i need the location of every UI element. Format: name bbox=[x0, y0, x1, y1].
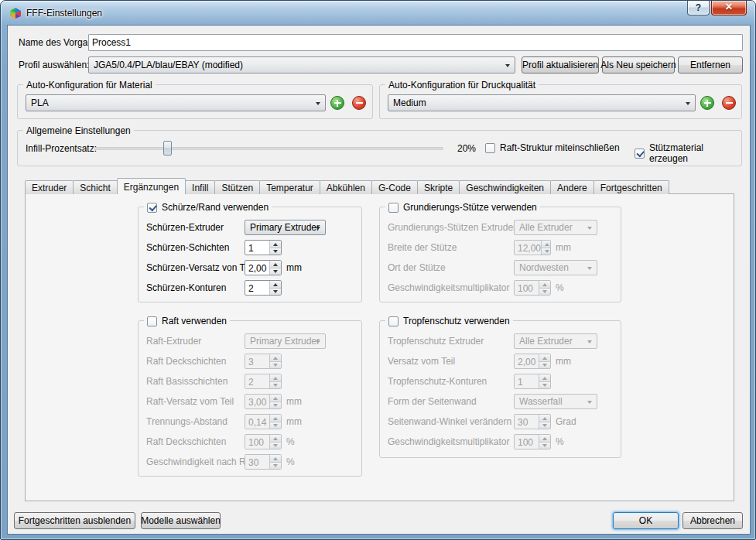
spin-down-icon bbox=[270, 402, 281, 409]
spin-down-icon bbox=[270, 422, 281, 429]
auto-material-title: Auto-Konfiguration für Material bbox=[26, 80, 152, 91]
chevron-down-icon bbox=[505, 64, 510, 67]
app-icon bbox=[9, 7, 22, 19]
pillar-location-select: Nordwesten bbox=[514, 260, 597, 275]
form-row: Seitenwand-Winkel verändern 30 Grad bbox=[388, 414, 614, 429]
remove-quality-button[interactable] bbox=[722, 96, 736, 110]
spin-up-icon bbox=[270, 354, 281, 362]
tab-geschwindigkeiten[interactable]: Geschwindigkeiten bbox=[459, 180, 551, 194]
save-as-new-button[interactable]: Als Neu speichern bbox=[602, 56, 675, 73]
add-quality-button[interactable] bbox=[700, 96, 714, 110]
chevron-down-icon bbox=[316, 227, 320, 230]
spin-up-icon bbox=[539, 435, 550, 443]
form-row: Grundierungs-Stützen Extruder Alle Extru… bbox=[388, 220, 614, 235]
spin-up-icon[interactable] bbox=[270, 281, 281, 289]
tab-ergaenzungen[interactable]: Ergänzungen bbox=[117, 178, 186, 194]
form-row: Breite der Stütze 12,00 mm bbox=[388, 240, 614, 255]
form-row: Raft-Versatz vom Teil 3,00 mm bbox=[146, 394, 355, 409]
prime-pillar-enable-checkbox[interactable] bbox=[388, 203, 399, 213]
chevron-down-icon bbox=[587, 267, 592, 270]
spin-down-icon[interactable] bbox=[270, 248, 281, 255]
spin-down-icon bbox=[270, 463, 281, 470]
select-models-button[interactable]: Modelle auswählen bbox=[141, 512, 221, 529]
tab-infill[interactable]: Infill bbox=[185, 180, 215, 194]
raft-enable-checkbox[interactable] bbox=[147, 316, 157, 326]
tab-extruder[interactable]: Extruder bbox=[25, 180, 74, 194]
infill-percent-label: Infill-Prozentsatz: bbox=[26, 143, 97, 154]
process-name-input[interactable] bbox=[88, 34, 743, 51]
cancel-button[interactable]: Abbrechen bbox=[682, 512, 743, 529]
ok-button[interactable]: OK bbox=[613, 512, 679, 529]
quality-select[interactable]: Medium bbox=[388, 94, 696, 111]
infill-slider[interactable] bbox=[94, 141, 443, 156]
spin-down-icon bbox=[270, 362, 281, 369]
spin-down-icon bbox=[539, 289, 550, 296]
spin-down-icon bbox=[539, 443, 550, 449]
spin-down-icon[interactable] bbox=[270, 268, 281, 275]
prime-pillar-extruder-select: Alle Extruder bbox=[514, 220, 597, 235]
close-button[interactable] bbox=[711, 1, 747, 15]
tab-temperatur[interactable]: Temperatur bbox=[259, 180, 320, 194]
pillar-width-spinner: 12,00 bbox=[514, 240, 551, 255]
fff-settings-window: FFF-Einstellungen Name des Vorgangs: Pro… bbox=[0, 0, 756, 540]
infill-percent-value: 20% bbox=[457, 143, 476, 154]
spin-up-icon bbox=[270, 374, 281, 382]
skirt-enable-checkbox[interactable] bbox=[147, 203, 157, 213]
form-row: Geschwindigkeit nach Raft 30 % bbox=[146, 454, 355, 470]
chevron-down-icon bbox=[587, 401, 592, 404]
support-material-checkbox-label: Stützmaterial erzeugen bbox=[649, 142, 741, 164]
spin-up-icon bbox=[539, 281, 550, 289]
spin-up-icon[interactable] bbox=[270, 241, 281, 248]
tab-gcode[interactable]: G-Code bbox=[371, 180, 418, 194]
spin-up-icon[interactable] bbox=[270, 261, 281, 268]
skirt-layers-spinner[interactable]: 1 bbox=[245, 240, 282, 255]
form-row: Raft Basisschichten 2 bbox=[146, 374, 355, 389]
ooze-offset-spinner: 2,00 bbox=[514, 354, 551, 369]
tab-schicht[interactable]: Schicht bbox=[73, 180, 117, 194]
raft-structure-checkbox[interactable] bbox=[485, 143, 495, 153]
chevron-down-icon bbox=[316, 340, 320, 343]
form-row: Trennungs-Abstand 0,14 mm bbox=[146, 414, 355, 429]
spin-up-icon bbox=[539, 354, 550, 362]
add-material-button[interactable] bbox=[330, 96, 344, 110]
form-row: Schürzen-Schichten 1 bbox=[146, 240, 355, 255]
chevron-down-icon bbox=[587, 227, 592, 230]
skirt-extruder-select[interactable]: Primary Extruder bbox=[245, 220, 326, 235]
spin-down-icon bbox=[270, 382, 281, 389]
tab-andere[interactable]: Andere bbox=[550, 180, 594, 194]
form-row: Versatz vom Teil 2,00 mm bbox=[388, 354, 614, 369]
hide-advanced-button[interactable]: Fortgeschritten ausblenden bbox=[14, 512, 135, 529]
ooze-shield-enable-checkbox[interactable] bbox=[388, 316, 399, 326]
spin-up-icon bbox=[270, 395, 281, 402]
spin-up-icon bbox=[542, 241, 550, 248]
chevron-down-icon bbox=[316, 102, 320, 105]
support-material-checkbox[interactable] bbox=[635, 149, 645, 159]
spin-down-icon[interactable] bbox=[270, 289, 281, 296]
slider-handle[interactable] bbox=[163, 141, 172, 156]
spin-up-icon bbox=[539, 374, 550, 382]
ooze-shield-group-title: Tropfenschutz verwenden bbox=[403, 316, 510, 326]
tab-stuetzen[interactable]: Stützen bbox=[214, 180, 260, 194]
window-controls bbox=[687, 1, 747, 15]
remove-material-button[interactable] bbox=[352, 96, 366, 110]
spin-down-icon bbox=[539, 422, 550, 429]
raft-extruder-select: Primary Extruder bbox=[245, 333, 326, 349]
raft-top-layers-spinner: 3 bbox=[245, 354, 282, 369]
material-select[interactable]: PLA bbox=[26, 94, 326, 111]
remove-profile-button[interactable]: Entfernen bbox=[678, 56, 743, 73]
form-row: Geschwindigkeitsmultiplikator 100 % bbox=[388, 434, 614, 449]
sidewall-angle-spinner: 30 bbox=[514, 414, 551, 429]
form-row: Raft-Extruder Primary Extruder bbox=[146, 333, 355, 349]
skirt-outlines-spinner[interactable]: 2 bbox=[245, 280, 282, 296]
raft-infill-spinner: 100 bbox=[245, 434, 282, 449]
profile-select[interactable]: JGA5/0.4/PLA/blau/EBAY (modified) bbox=[88, 56, 515, 73]
update-profile-button[interactable]: Profil aktualisieren bbox=[522, 56, 599, 73]
help-button[interactable] bbox=[687, 1, 710, 15]
spin-down-icon bbox=[539, 362, 550, 369]
skirt-offset-spinner[interactable]: 2,00 bbox=[245, 260, 282, 275]
tab-abkuehlen[interactable]: Abkühlen bbox=[320, 180, 372, 194]
form-row: Raft Deckschichten 100 % bbox=[146, 434, 355, 449]
tab-fortgeschritten[interactable]: Fortgeschritten bbox=[594, 180, 669, 194]
spin-down-icon bbox=[539, 382, 550, 389]
tab-skripte[interactable]: Skripte bbox=[417, 180, 460, 194]
